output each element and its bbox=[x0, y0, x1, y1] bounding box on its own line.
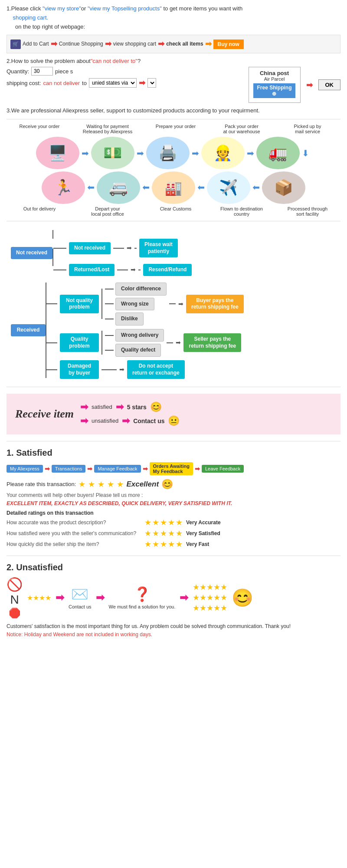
satisfied-label: satisfied bbox=[92, 404, 112, 410]
proc-label-1: Receive your order bbox=[16, 124, 63, 134]
unsat-stars-1: ★★★★ bbox=[27, 594, 51, 602]
no-sign: 🚫 bbox=[7, 577, 23, 592]
excellent-smiley: 😊 bbox=[161, 479, 173, 490]
unsat-icon-1: 🚫 N 🛑 bbox=[7, 577, 23, 619]
proc-icon-3: 🖨️ bbox=[146, 137, 190, 169]
view-store-link[interactable]: "view my store" bbox=[43, 5, 81, 12]
nr-branch1: Not received bbox=[69, 242, 111, 254]
section2-left: Quantity: piece s shipping cost: can not… bbox=[7, 67, 240, 88]
step-leave-feedback[interactable]: Leave Feedback bbox=[202, 465, 244, 473]
unsatisfied-section: 2. Unsatisfied 🚫 N 🛑 ★★★★ ➡ ✉️ Contact u… bbox=[7, 562, 340, 638]
neutral-smiley: 😐 bbox=[168, 415, 180, 427]
step-orders-awaiting[interactable]: Orders AwaitingMy Feedback bbox=[150, 462, 193, 475]
proc-icon-4: 👷 bbox=[201, 137, 245, 169]
proc-bl-4: Flown to destinationcountry bbox=[218, 206, 265, 217]
proc-icon-10: 📦 bbox=[262, 171, 305, 204]
satisfied-section: 1. Satisfied My Aliexpress ➡ Transaction… bbox=[7, 448, 340, 549]
cart-icon: 🛒 bbox=[10, 39, 21, 49]
n-label: N bbox=[10, 593, 19, 607]
rating-row-1: How accurate was the product description… bbox=[7, 518, 340, 527]
shipping-select[interactable]: unied states via bbox=[89, 78, 137, 88]
china-post-title: China post bbox=[253, 70, 296, 76]
proc-icon-2: 💵 bbox=[91, 137, 134, 169]
step-transactions[interactable]: Transactions bbox=[52, 465, 86, 473]
shopping-cart-link[interactable]: shopping cart. bbox=[13, 14, 48, 21]
nr-connector: Not received ➡ Please waitpatiently Retu… bbox=[52, 230, 192, 276]
divider4 bbox=[7, 441, 340, 441]
not-received-block: Not received Not received ➡ Please waitp… bbox=[11, 230, 336, 276]
arrow-unsatisfied: ➡ bbox=[80, 415, 88, 427]
proc-bl-1: Out for delivery bbox=[16, 206, 63, 217]
unsat-arrow3: ➡ bbox=[180, 592, 188, 604]
feedback-steps-bar: My Aliexpress ➡ Transactions ➡ Manage Fe… bbox=[7, 462, 340, 475]
proc-label-3: Prepare your order bbox=[152, 124, 200, 134]
rating-r3: Very Fast bbox=[186, 541, 209, 547]
divider3 bbox=[7, 387, 340, 387]
divider5 bbox=[7, 556, 340, 556]
step-manage-feedback[interactable]: Manage Feedback bbox=[94, 465, 141, 473]
contact-us-text: Contact us bbox=[133, 418, 164, 424]
view-topselling-link[interactable]: "view my Topselling products" bbox=[88, 5, 162, 12]
star3: ★ bbox=[98, 480, 105, 489]
customer-note: Customers' satisfaction is the most impo… bbox=[7, 623, 340, 629]
shipping-label: shipping cost: bbox=[7, 80, 41, 86]
unsat-stars-col: ★★★★ bbox=[27, 594, 51, 602]
star5: ★ bbox=[117, 480, 124, 489]
arrow-s3: ➡ bbox=[143, 465, 148, 472]
pink-outcomes: ➡ satisfied ➡ 5 stars 😊 ➡ unsatisfied ➡ … bbox=[80, 401, 180, 427]
no-return-box: Do not acceptreturn or exchange bbox=[127, 360, 185, 379]
outcome-satisfied: ➡ satisfied ➡ 5 stars 😊 bbox=[80, 401, 180, 413]
step-add-to-cart: Add to Cart bbox=[23, 40, 49, 48]
proc-icon-7: 🚐 bbox=[97, 171, 140, 204]
satisfied-title: 1. Satisfied bbox=[7, 448, 340, 458]
buy-now-button[interactable]: Buy now bbox=[213, 39, 244, 49]
unsatisfied-title: 2. Unsatisfied bbox=[7, 562, 340, 572]
not-quality-box: Not qualityproblem bbox=[60, 295, 99, 313]
rcv-branch3: Damagedby buyer ➡ Do not acceptreturn or… bbox=[46, 360, 244, 379]
section1-text: 1.Please click "view my store"or "view m… bbox=[7, 4, 340, 13]
star2: ★ bbox=[88, 480, 95, 489]
cp-arrow: ➡ bbox=[306, 80, 313, 90]
comments-label: Your comments will help other buyers! Pl… bbox=[7, 492, 340, 498]
qty-row: Quantity: piece s bbox=[7, 67, 240, 76]
proc-bl-5: Processed throughsort facility bbox=[284, 206, 331, 217]
nq-subbranches: Color difference Wrong size Dislike bbox=[105, 283, 167, 326]
rating-stars-3: ★★★★★ bbox=[144, 539, 183, 549]
rating-r1: Very Accurate bbox=[186, 519, 221, 526]
divider1 bbox=[7, 119, 340, 119]
quality-defect-box: Quality defect bbox=[115, 344, 161, 357]
happy-face-large: 😊 bbox=[232, 588, 253, 608]
contact-us-label: Contact us bbox=[69, 604, 92, 609]
arrow-satisfied: ➡ bbox=[80, 401, 88, 413]
wrong-delivery-box: Wrong delivery bbox=[115, 329, 164, 342]
proc-icon-8: 🏭 bbox=[152, 171, 195, 204]
section2-body: Quantity: piece s shipping cost: can not… bbox=[7, 67, 340, 103]
5stars-text: 5 stars bbox=[127, 404, 147, 411]
buyer-pays-box: Buyer pays thereturn shipping fee bbox=[186, 295, 244, 313]
rating-row-3: How quickly did the seller ship the item… bbox=[7, 539, 340, 549]
rate-row: Please rate this transaction: ★ ★ ★ ★ ★ … bbox=[7, 479, 340, 490]
shipping-method-select[interactable]: ▼ bbox=[147, 78, 156, 88]
qty-input[interactable] bbox=[31, 67, 53, 76]
step-my-aliexpress[interactable]: My Aliexpress bbox=[7, 465, 43, 473]
received-block: Received Not qualityproblem Color differ… bbox=[11, 283, 336, 378]
qty-unit: piece s bbox=[55, 68, 73, 75]
proc-arrow-4: ➡ bbox=[247, 148, 254, 158]
quality-prob-box: Qualityproblem bbox=[60, 333, 99, 352]
rating-row-2: How satisfied were you with the seller's… bbox=[7, 529, 340, 538]
star4: ★ bbox=[107, 480, 114, 489]
rating-r2: Very Satisfied bbox=[186, 530, 220, 536]
star1: ★ bbox=[79, 480, 85, 489]
arrow-s4: ➡ bbox=[195, 465, 200, 472]
proc-arrow-3: ➡ bbox=[192, 148, 199, 158]
china-post-sub: Air Parcel bbox=[253, 76, 296, 82]
arrow-s1: ➡ bbox=[45, 465, 50, 472]
ok-button[interactable]: OK bbox=[318, 79, 341, 90]
page-wrapper: 1.Please click "view my store"or "view m… bbox=[0, 0, 347, 648]
proc-bl-2: Depart yourlocal post office bbox=[82, 206, 134, 217]
section2: 2.How to solve the problem about"can not… bbox=[7, 58, 340, 103]
result-stars-1: ★★★★★ bbox=[193, 582, 227, 592]
free-shipping-badge: Free Shipping ⊕ bbox=[253, 83, 295, 98]
not-received-main: Not received bbox=[11, 247, 52, 259]
china-post-section: China post Air Parcel Free Shipping ⊕ ➡ … bbox=[249, 67, 341, 103]
